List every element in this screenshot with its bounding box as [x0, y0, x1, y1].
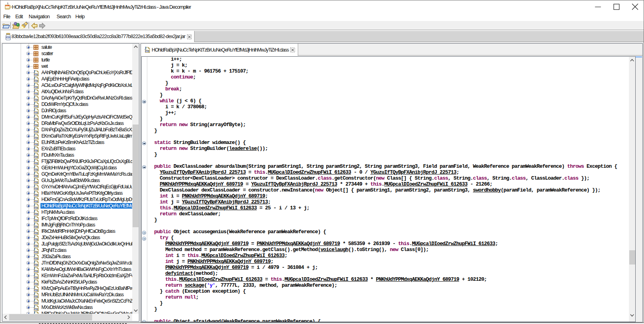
svg-text:010: 010 [34, 111, 38, 114]
svg-text:010: 010 [34, 188, 38, 190]
svg-text:010: 010 [34, 194, 38, 196]
svg-text:010: 010 [34, 124, 38, 127]
svg-text:010: 010 [34, 80, 38, 82]
svg-text:010: 010 [34, 92, 38, 95]
svg-text:010: 010 [34, 118, 38, 120]
svg-text:010: 010 [34, 295, 38, 298]
svg-text:010: 010 [34, 200, 38, 203]
svg-text:010: 010 [34, 289, 38, 291]
svg-text:010: 010 [34, 251, 38, 253]
svg-text:010: 010 [34, 73, 38, 76]
svg-text:010: 010 [34, 130, 38, 133]
svg-text:010: 010 [34, 219, 38, 222]
svg-text:010: 010 [34, 99, 38, 101]
svg-text:010: 010 [34, 238, 38, 241]
svg-text:010: 010 [34, 264, 38, 266]
svg-text:010: 010 [34, 257, 38, 260]
svg-text:010: 010 [34, 86, 38, 88]
svg-text:010: 010 [34, 181, 38, 184]
svg-text:010: 010 [34, 213, 38, 215]
svg-text:010: 010 [34, 156, 38, 158]
svg-text:010: 010 [145, 50, 149, 52]
svg-text:010: 010 [34, 283, 38, 285]
svg-text:010: 010 [34, 207, 38, 209]
svg-text:010: 010 [34, 245, 38, 247]
svg-text:010: 010 [34, 143, 38, 146]
svg-text:010: 010 [34, 175, 38, 177]
svg-text:010: 010 [34, 162, 38, 165]
svg-text:010: 010 [34, 302, 38, 304]
svg-text:010: 010 [34, 276, 38, 279]
svg-text:010: 010 [34, 308, 38, 311]
svg-text:010: 010 [34, 270, 38, 272]
svg-text:010: 010 [34, 137, 38, 139]
svg-text:010: 010 [6, 36, 10, 38]
svg-text:010: 010 [34, 226, 38, 228]
svg-text:010: 010 [34, 169, 38, 171]
svg-text:010: 010 [34, 150, 38, 152]
svg-text:010: 010 [34, 105, 38, 107]
svg-text:010: 010 [34, 232, 38, 234]
svg-text:J: J [33, 311, 35, 314]
